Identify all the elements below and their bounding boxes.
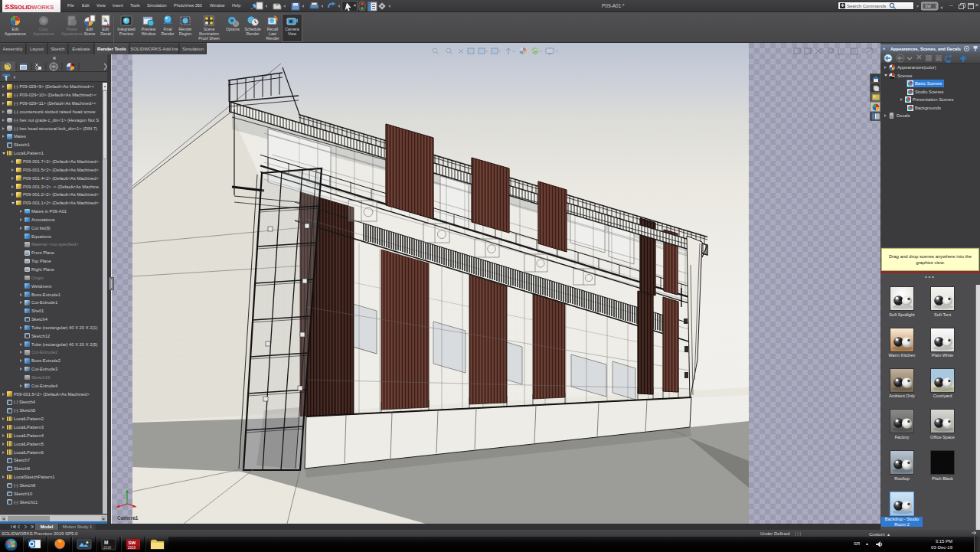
svg-text:SW: SW xyxy=(129,541,136,545)
svg-text:SOLIDWORKS: SOLIDWORKS xyxy=(14,3,54,10)
svg-text:M: M xyxy=(104,540,108,545)
svg-text:Camera1: Camera1 xyxy=(117,515,139,521)
svg-text:SW: SW xyxy=(925,4,931,8)
svg-text:2018: 2018 xyxy=(103,546,112,550)
svg-text:2019: 2019 xyxy=(128,546,136,550)
